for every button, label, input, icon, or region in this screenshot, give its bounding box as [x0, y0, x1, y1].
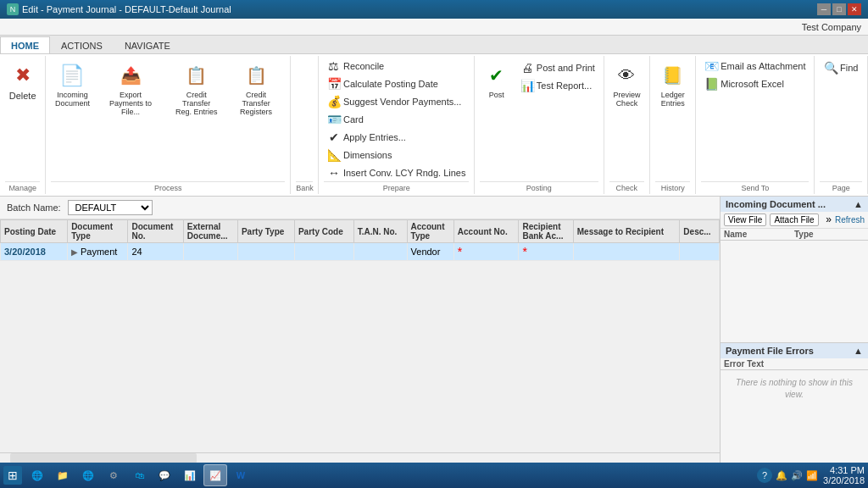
word-icon: W	[236, 470, 245, 480]
tab-home[interactable]: HOME	[0, 36, 50, 53]
col-tan-no[interactable]: T.A.N. No.	[353, 220, 407, 243]
taskbar-chart1[interactable]: 📊	[178, 464, 202, 486]
cell-account-no[interactable]: *	[453, 243, 519, 261]
incoming-document-title: Incoming Document ...	[726, 199, 826, 209]
col-account-type[interactable]: AccountType	[407, 220, 453, 243]
close-button[interactable]: ✕	[848, 3, 861, 15]
taskbar-apps: 🌐 📁 🌐 ⚙ 🛍 💬 📊 📈 W	[25, 464, 253, 486]
taskbar-store[interactable]: 🛍	[127, 464, 151, 486]
credit-transfer-reg-button[interactable]: 📋 Credit TransferReg. Entries	[168, 59, 225, 119]
tab-actions[interactable]: ACTIONS	[50, 36, 114, 53]
preview-check-label: PreviewCheck	[613, 91, 640, 108]
col-external-doc[interactable]: ExternalDocume...	[183, 220, 237, 243]
window-title: Edit - Payment Journal - DEFAULT-Default…	[22, 4, 231, 14]
suggest-vendor-icon: 💰	[327, 95, 341, 108]
credit-transfer-registers-label: Credit TransferRegisters	[231, 91, 281, 116]
grid-wrapper[interactable]: Posting Date DocumentType DocumentNo. Ex…	[0, 219, 720, 452]
incoming-document-button[interactable]: 📄 IncomingDocument	[51, 59, 93, 110]
taskbar-ie[interactable]: 🌐	[25, 464, 49, 486]
post-and-print-label: Post and Print	[537, 63, 595, 73]
cell-party-type[interactable]	[237, 243, 294, 261]
col-desc[interactable]: Desc...	[680, 220, 720, 243]
cell-document-type[interactable]: ▶ Payment	[68, 243, 128, 261]
col-party-code[interactable]: Party Code	[294, 220, 353, 243]
col-account-no[interactable]: Account No.	[453, 220, 519, 243]
ledger-entries-button[interactable]: 📒 LedgerEntries	[655, 59, 691, 110]
error-text-col: Error Text	[724, 359, 865, 369]
credit-transfer-registers-button[interactable]: 📋 Credit TransferRegisters	[227, 59, 285, 119]
col-recipient-bank[interactable]: RecipientBank Ac...	[519, 220, 573, 243]
cell-tan-no[interactable]	[353, 243, 407, 261]
preview-check-icon: 👁	[613, 62, 640, 89]
window-controls: ─ □ ✕	[817, 3, 861, 15]
check-group-label: Check	[609, 181, 644, 192]
test-report-label: Test Report...	[537, 80, 592, 91]
maximize-button[interactable]: □	[832, 3, 846, 15]
incoming-document-header[interactable]: Incoming Document ... ▲	[721, 197, 868, 212]
export-payments-button[interactable]: 📤 ExportPayments to File...	[96, 59, 166, 119]
cell-party-code[interactable]	[294, 243, 353, 261]
view-file-button[interactable]: View File	[724, 214, 766, 226]
company-bar: Test Company	[0, 19, 868, 36]
app-icon: N	[7, 3, 19, 15]
taskbar-settings[interactable]: ⚙	[102, 464, 125, 486]
taskbar-folder[interactable]: 📁	[51, 464, 75, 486]
post-button[interactable]: ✔ Post	[479, 59, 515, 102]
tab-navigate[interactable]: NAVIGATE	[114, 36, 181, 53]
cell-posting-date[interactable]: 3/20/2018	[1, 243, 68, 261]
incoming-document-label: IncomingDocument	[55, 91, 90, 108]
cell-message[interactable]	[573, 243, 680, 261]
col-document-type[interactable]: DocumentType	[68, 220, 128, 243]
preview-check-button[interactable]: 👁 PreviewCheck	[609, 59, 644, 110]
insert-conv-label: Insert Conv. LCY Rndg. Lines	[343, 168, 466, 178]
cell-recipient-bank[interactable]: *	[519, 243, 573, 261]
microsoft-excel-label: Microsoft Excel	[721, 79, 784, 89]
ribbon-group-process: 📄 IncomingDocument 📤 ExportPayments to F…	[46, 56, 291, 194]
taskbar-skype[interactable]: 💬	[153, 464, 176, 486]
horizontal-scrollbar[interactable]	[0, 452, 720, 463]
cell-external-doc[interactable]	[183, 243, 237, 261]
cell-desc[interactable]	[680, 243, 720, 261]
taskbar-chart2[interactable]: 📈	[203, 464, 227, 486]
card-button[interactable]: 🪪 Card	[323, 111, 470, 128]
col-posting-date[interactable]: Posting Date	[1, 220, 68, 243]
find-button[interactable]: 🔍 Find	[820, 59, 862, 76]
email-attachment-button[interactable]: 📧 Email as Attachment	[700, 58, 810, 75]
test-report-button[interactable]: 📊 Test Report...	[516, 77, 599, 94]
incoming-doc-type-col: Type	[794, 230, 865, 239]
payment-errors-table-header: Error Text	[721, 358, 868, 370]
export-payments-icon: 📤	[117, 62, 144, 89]
batch-name-select[interactable]: DEFAULT	[68, 200, 153, 215]
calculate-posting-button[interactable]: 📅 Calculate Posting Date	[323, 75, 470, 92]
taskbar-system-icons: ? 🔔 🔊 📶	[757, 468, 818, 483]
incoming-document-content	[721, 241, 868, 342]
payment-errors-header[interactable]: Payment File Errors ▲	[721, 343, 868, 358]
taskbar-chrome[interactable]: 🌐	[76, 464, 100, 486]
apply-entries-button[interactable]: ✔ Apply Entries...	[323, 129, 470, 146]
dimensions-button[interactable]: 📐 Dimensions	[323, 147, 470, 164]
attach-file-button[interactable]: Attach File	[770, 214, 818, 226]
col-message[interactable]: Message to Recipient	[573, 220, 680, 243]
clock-time: 4:31 PM	[823, 465, 865, 475]
col-party-type[interactable]: Party Type	[237, 220, 294, 243]
taskbar-clock: 4:31 PM 3/20/2018	[823, 465, 865, 485]
suggest-vendor-button[interactable]: 💰 Suggest Vendor Payments...	[323, 93, 470, 110]
incoming-document-table-header: Name Type	[721, 229, 868, 241]
cell-account-type[interactable]: Vendor	[407, 243, 453, 261]
refresh-button[interactable]: Refresh	[835, 214, 865, 226]
table-row[interactable]: 3/20/2018 ▶ Payment 24 Vendor * *	[1, 243, 720, 261]
delete-button[interactable]: ✖ Delete	[5, 59, 41, 103]
minimize-button[interactable]: ─	[817, 3, 831, 15]
cell-document-no[interactable]: 24	[128, 243, 183, 261]
question-icon: ?	[757, 468, 772, 483]
col-document-no[interactable]: DocumentNo.	[128, 220, 183, 243]
post-and-print-button[interactable]: 🖨 Post and Print	[516, 59, 599, 76]
start-button[interactable]: ⊞	[3, 466, 22, 485]
batch-name-label: Batch Name:	[7, 202, 61, 213]
more-icon[interactable]: »	[826, 214, 832, 226]
ribbon-content: ✖ Delete Manage 📄 IncomingDocument 📤 Exp…	[0, 54, 868, 196]
reconcile-button[interactable]: ⚖ Reconcile	[323, 58, 470, 75]
taskbar-word[interactable]: W	[229, 464, 253, 486]
insert-conv-button[interactable]: ↔ Insert Conv. LCY Rndg. Lines	[323, 164, 470, 181]
microsoft-excel-button[interactable]: 📗 Microsoft Excel	[700, 75, 810, 92]
